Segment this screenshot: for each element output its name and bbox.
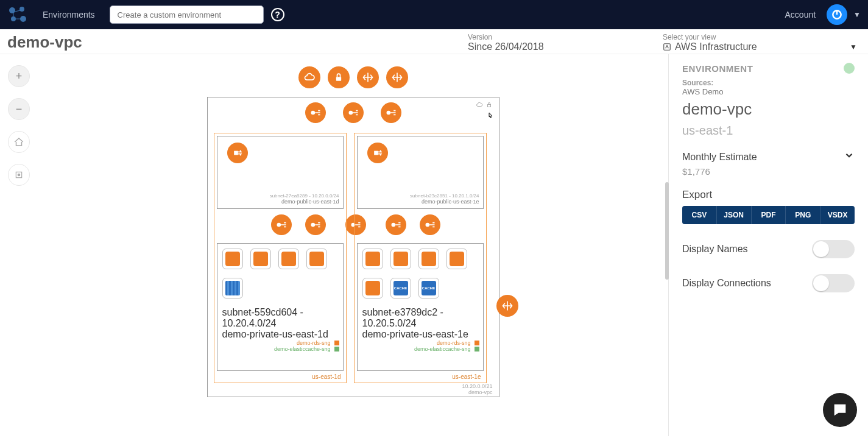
nat-gateway-icon[interactable]	[493, 295, 522, 317]
subnet-name-label: demo-private-us-east-1e	[362, 329, 478, 340]
rds-instance[interactable]	[222, 278, 243, 298]
left-toolbar: + −	[0, 54, 38, 436]
subnet-id-label: subnet-27ea8289 - 10.20.0.0/24	[270, 193, 339, 199]
availability-zone[interactable]: subnet-b23c2851 - 10.20.1.0/24 demo-publ…	[354, 133, 487, 383]
subnet-id-label: subnet-e3789dc2 - 10.20.5.0/24	[362, 307, 478, 329]
nav-environments-link[interactable]: Environments	[43, 10, 95, 19]
internet-gateway-icon[interactable]	[386, 66, 408, 88]
svg-point-0	[9, 7, 15, 13]
ec2-instance[interactable]	[222, 249, 243, 269]
elasticache-node[interactable]: CACHE	[390, 278, 411, 298]
load-balancer-icon[interactable]	[381, 102, 401, 123]
svg-line-4	[15, 10, 21, 12]
chevron-down-icon	[844, 150, 855, 164]
elb-external-row	[208, 102, 499, 123]
environment-name: demo-vpc	[682, 100, 855, 119]
export-heading: Export	[682, 189, 855, 201]
subnet-group-tag: demo-rds-sng	[361, 340, 479, 346]
subnet-id-label: subnet-559cd604 - 10.20.4.0/24	[222, 307, 338, 329]
display-names-toggle[interactable]	[812, 240, 855, 258]
logo-icon[interactable]	[7, 5, 28, 24]
monthly-estimate-toggle[interactable]: Monthly Estimate	[682, 150, 855, 164]
svg-point-2	[11, 16, 16, 21]
export-json-button[interactable]: JSON	[717, 206, 752, 224]
region-name: us-east-1	[682, 124, 855, 138]
svg-rect-22	[234, 151, 238, 155]
public-subnet[interactable]: subnet-27ea8289 - 10.20.0.0/24 demo-publ…	[217, 136, 344, 209]
subnet-id-label: subnet-b23c2851 - 10.20.1.0/24	[410, 193, 479, 199]
public-subnet[interactable]: subnet-b23c2851 - 10.20.1.0/24 demo-publ…	[357, 136, 484, 209]
home-extent-button[interactable]	[8, 131, 30, 153]
power-button[interactable]	[827, 4, 847, 25]
internet-row	[207, 66, 499, 88]
load-balancer-icon[interactable]	[343, 102, 364, 123]
subnet-name-label: demo-public-us-east-1d	[281, 199, 339, 205]
subnet-group-tag: demo-elasticcache-sng	[221, 346, 339, 352]
export-pdf-button[interactable]: PDF	[752, 206, 786, 224]
top-nav: Environments ? Account ▼	[0, 0, 868, 29]
version-block: Version Since 26/04/2018	[468, 33, 663, 52]
version-label: Version	[468, 33, 663, 41]
subnet-name-label: demo-private-us-east-1d	[222, 329, 338, 340]
subnet-group-tag: demo-elasticcache-sng	[361, 346, 479, 352]
search-input[interactable]	[110, 5, 264, 24]
export-vsdx-button[interactable]: VSDX	[820, 206, 855, 224]
export-png-button[interactable]: PNG	[786, 206, 820, 224]
title-bar: demo-vpc Version Since 26/04/2018 Select…	[0, 29, 868, 54]
search-wrap: ?	[110, 5, 284, 24]
svg-rect-9	[664, 44, 671, 51]
view-name: AWS Infrastructure	[663, 41, 861, 52]
ec2-instance[interactable]	[418, 249, 439, 269]
internet-gateway-icon[interactable]	[357, 66, 379, 88]
lock-icon[interactable]	[328, 66, 350, 88]
main: + −	[0, 54, 868, 436]
ec2-instance[interactable]	[390, 249, 411, 269]
display-names-label: Display Names	[682, 244, 748, 255]
chevron-down-icon[interactable]: ▼	[853, 10, 861, 19]
vpc-container[interactable]: subnet-27ea8289 - 10.20.0.0/24 demo-publ…	[207, 97, 499, 397]
ec2-instance[interactable]	[306, 249, 327, 269]
zoom-out-button[interactable]: −	[8, 98, 30, 120]
ec2-instance[interactable]	[362, 278, 383, 298]
status-indicator	[844, 63, 855, 74]
ec2-instance[interactable]	[362, 249, 383, 269]
private-subnet[interactable]: CACHE CACHE demo-rds-sng demo-elasticcac…	[357, 243, 484, 371]
view-selector[interactable]: Select your view AWS Infrastructure ▼	[663, 33, 861, 52]
account-link[interactable]: Account	[785, 10, 816, 19]
svg-point-14	[311, 111, 315, 115]
route-table-icon[interactable]	[227, 143, 248, 163]
sources-label: Sources:	[682, 79, 855, 87]
load-balancer-icon[interactable]	[305, 102, 326, 123]
export-csv-button[interactable]: CSV	[682, 206, 717, 224]
display-connections-label: Display Connections	[682, 278, 771, 289]
cloud-icon[interactable]	[298, 66, 320, 88]
svg-rect-23	[374, 151, 378, 155]
page-title: demo-vpc	[7, 33, 468, 52]
chat-widget-button[interactable]	[823, 393, 857, 427]
fit-screen-button[interactable]	[8, 164, 30, 186]
elasticache-node[interactable]: CACHE	[418, 278, 439, 298]
subnet-group-tag: demo-rds-sng	[221, 340, 339, 346]
estimate-value: $1,776	[682, 166, 855, 177]
panel-heading: ENVIRONMENT	[682, 63, 753, 74]
display-connections-toggle[interactable]	[812, 274, 855, 292]
zoom-in-button[interactable]: +	[8, 65, 30, 87]
view-label: Select your view	[663, 33, 861, 41]
properties-panel: ENVIRONMENT Sources: AWS Demo demo-vpc u…	[668, 54, 868, 436]
private-subnet[interactable]: demo-rds-sng demo-elasticcache-sng subne…	[217, 243, 344, 371]
svg-point-11	[18, 174, 20, 176]
ec2-instance[interactable]	[278, 249, 299, 269]
sources-value: AWS Demo	[682, 87, 855, 96]
help-icon[interactable]: ?	[271, 8, 284, 21]
diagram-canvas[interactable]: subnet-27ea8289 - 10.20.0.0/24 demo-publ…	[38, 54, 668, 436]
route-table-icon[interactable]	[367, 143, 388, 163]
availability-zones: subnet-27ea8289 - 10.20.0.0/24 demo-publ…	[214, 133, 493, 383]
svg-rect-12	[336, 77, 340, 81]
availability-zone[interactable]: subnet-27ea8289 - 10.20.0.0/24 demo-publ…	[214, 133, 347, 383]
ec2-instance[interactable]	[446, 249, 467, 269]
svg-point-15	[348, 111, 353, 115]
svg-point-1	[19, 7, 24, 12]
ec2-instance[interactable]	[250, 249, 271, 269]
version-since: Since 26/04/2018	[468, 41, 663, 52]
export-button-group: CSV JSON PDF PNG VSDX	[682, 206, 855, 224]
